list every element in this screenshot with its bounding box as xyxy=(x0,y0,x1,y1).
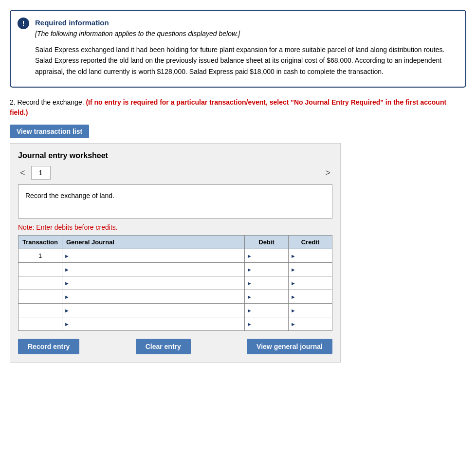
question-main-text: Record the exchange. xyxy=(18,98,84,106)
transaction-cell xyxy=(18,276,62,290)
view-transaction-list-button[interactable]: View transaction list xyxy=(10,125,89,138)
table-row: ►►► xyxy=(18,290,332,304)
debit-arrow: ► xyxy=(247,253,252,259)
worksheet-title: Journal entry worksheet xyxy=(18,151,332,160)
buttons-row: Record entry Clear entry View general jo… xyxy=(18,339,332,354)
exclamation-icon: ! xyxy=(18,18,29,29)
description-box: Record the exchange of land. xyxy=(18,184,332,219)
debit-arrow: ► xyxy=(247,267,252,273)
debit-arrow: ► xyxy=(247,321,252,327)
credit-arrow: ► xyxy=(291,253,296,259)
credit-arrow: ► xyxy=(291,267,296,273)
question-text: 2. Record the exchange. (If no entry is … xyxy=(10,97,466,118)
required-info-title: Required information xyxy=(35,18,456,27)
transaction-cell: 1 xyxy=(18,249,62,263)
col-header-general-journal: General Journal xyxy=(62,236,245,249)
nav-row: < > xyxy=(18,166,332,180)
row-arrow: ► xyxy=(64,267,70,273)
question-number: 2. xyxy=(10,98,16,106)
journal-table: Transaction General Journal Debit Credit… xyxy=(18,235,332,331)
row-arrow: ► xyxy=(64,280,70,286)
table-row: 1►►► xyxy=(18,249,332,263)
required-info-body: Salad Express exchanged land it had been… xyxy=(35,44,456,77)
general-journal-cell[interactable]: ► xyxy=(62,304,245,317)
row-arrow: ► xyxy=(64,308,70,313)
credit-arrow: ► xyxy=(291,308,296,313)
credit-cell[interactable]: ► xyxy=(289,263,332,276)
credit-cell[interactable]: ► xyxy=(289,290,332,304)
info-box: ! Required information [The following in… xyxy=(10,10,466,88)
debit-cell[interactable]: ► xyxy=(245,290,289,304)
debit-arrow: ► xyxy=(247,280,252,286)
credit-cell[interactable]: ► xyxy=(289,276,332,290)
debit-cell[interactable]: ► xyxy=(245,304,289,317)
credit-arrow: ► xyxy=(291,294,296,300)
transaction-cell xyxy=(18,304,62,317)
worksheet-panel: Journal entry worksheet < > Record the e… xyxy=(10,143,341,363)
note-text: Note: Enter debits before credits. xyxy=(18,223,332,231)
credit-cell[interactable]: ► xyxy=(289,249,332,263)
table-row: ►►► xyxy=(18,263,332,276)
general-journal-cell[interactable]: ► xyxy=(62,317,245,331)
page-number-input[interactable] xyxy=(31,166,51,180)
col-header-transaction: Transaction xyxy=(18,236,62,249)
debit-cell[interactable]: ► xyxy=(245,263,289,276)
col-header-credit: Credit xyxy=(289,236,332,249)
view-general-journal-button[interactable]: View general journal xyxy=(247,339,332,354)
row-arrow: ► xyxy=(64,321,70,327)
transaction-cell xyxy=(18,263,62,276)
debit-cell[interactable]: ► xyxy=(245,317,289,331)
prev-page-arrow[interactable]: < xyxy=(18,168,27,178)
debit-cell[interactable]: ► xyxy=(245,249,289,263)
transaction-cell xyxy=(18,317,62,331)
required-info-subtitle: [The following information applies to th… xyxy=(35,30,456,37)
general-journal-cell[interactable]: ► xyxy=(62,290,245,304)
next-page-arrow[interactable]: > xyxy=(323,168,332,178)
clear-entry-button[interactable]: Clear entry xyxy=(136,339,191,354)
credit-arrow: ► xyxy=(291,280,296,286)
credit-cell[interactable]: ► xyxy=(289,317,332,331)
general-journal-cell[interactable]: ► xyxy=(62,276,245,290)
table-row: ►►► xyxy=(18,317,332,331)
table-row: ►►► xyxy=(18,304,332,317)
debit-arrow: ► xyxy=(247,308,252,313)
debit-cell[interactable]: ► xyxy=(245,276,289,290)
general-journal-cell[interactable]: ► xyxy=(62,249,245,263)
credit-cell[interactable]: ► xyxy=(289,304,332,317)
debit-arrow: ► xyxy=(247,294,252,300)
general-journal-cell[interactable]: ► xyxy=(62,263,245,276)
row-arrow: ► xyxy=(64,253,70,259)
table-row: ►►► xyxy=(18,276,332,290)
record-entry-button[interactable]: Record entry xyxy=(18,339,79,354)
credit-arrow: ► xyxy=(291,321,296,327)
row-arrow: ► xyxy=(64,294,70,300)
transaction-cell xyxy=(18,290,62,304)
col-header-debit: Debit xyxy=(245,236,289,249)
